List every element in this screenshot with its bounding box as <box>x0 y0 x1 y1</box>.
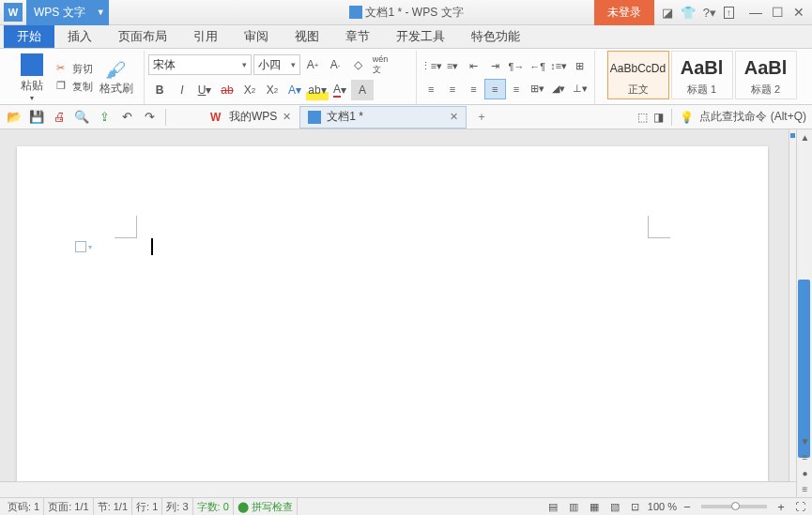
font-name-select[interactable]: 宋体▾ <box>148 54 252 75</box>
status-page-number[interactable]: 页码: 1 <box>4 498 44 516</box>
cut-button[interactable]: ✂剪切 <box>54 61 95 77</box>
zoom-slider[interactable] <box>701 505 767 508</box>
highlight-button[interactable]: ab▾ <box>306 80 329 100</box>
paste-button[interactable]: 粘贴▾ <box>11 51 53 104</box>
tab-insert[interactable]: 插入 <box>54 25 105 48</box>
app-menu-dropdown[interactable]: ▼ <box>93 0 109 25</box>
text-effects-button[interactable]: A▾ <box>283 80 306 100</box>
view-web-button[interactable]: ▦ <box>586 499 603 514</box>
paragraph-handle[interactable]: ▾ <box>75 240 94 253</box>
help-icon[interactable]: ?▾ <box>703 6 716 20</box>
tab-review[interactable]: 审阅 <box>231 25 282 48</box>
align-center-button[interactable]: ≡ <box>442 79 464 99</box>
rtl-button[interactable]: ←¶ <box>527 56 548 77</box>
zoom-in-button[interactable]: + <box>774 500 788 514</box>
scroll-up-button[interactable]: ▲ <box>797 129 812 145</box>
align-justify-button[interactable]: ≡ <box>484 79 506 99</box>
shading-button[interactable]: ◢▾ <box>548 79 570 99</box>
copy-button[interactable]: ❐复制 <box>54 79 95 95</box>
align-right-button[interactable]: ≡ <box>463 79 484 99</box>
view-print-layout-button[interactable]: ▤ <box>544 499 561 514</box>
fullscreen-icon[interactable]: ↑ <box>724 7 734 19</box>
minimize-button[interactable]: — <box>749 5 762 20</box>
superscript-button[interactable]: X2 <box>238 80 261 100</box>
strike-button[interactable]: ab <box>216 80 238 100</box>
maximize-button[interactable]: ☐ <box>772 5 784 20</box>
tab-view[interactable]: 视图 <box>282 25 332 48</box>
add-tab-button[interactable]: ＋ <box>472 109 491 125</box>
tabs-button[interactable]: ⊥▾ <box>569 79 590 99</box>
prev-page-button[interactable]: ≡ <box>797 449 812 465</box>
tab-mywps[interactable]: W 我的WPS ✕ <box>202 106 299 129</box>
fit-page-button[interactable]: ⛶ <box>791 499 808 514</box>
vertical-ruler[interactable] <box>789 129 796 497</box>
scrollbar-thumb[interactable] <box>798 280 810 458</box>
format-painter-button[interactable]: 🖌 格式刷 <box>97 51 136 104</box>
tab-layout[interactable]: 页面布局 <box>105 25 180 48</box>
open-icon[interactable]: 📂 <box>6 109 23 126</box>
save-icon[interactable]: 💾 <box>28 109 45 126</box>
tab-special[interactable]: 特色功能 <box>458 25 533 48</box>
search-commands-hint[interactable]: 点此查找命令 (Alt+Q) <box>699 109 806 125</box>
page[interactable]: ▾ <box>17 146 768 497</box>
close-tab-icon[interactable]: ✕ <box>450 111 458 123</box>
next-page-button[interactable]: ≡ <box>797 481 812 497</box>
tshirt-icon[interactable]: 👕 <box>681 6 696 20</box>
subscript-button[interactable]: X2 <box>261 80 283 100</box>
distribute-button[interactable]: ≡ <box>506 79 528 99</box>
nav-icon[interactable]: ◨ <box>653 111 664 124</box>
zoom-level[interactable]: 100 % <box>648 501 677 512</box>
view-fullscreen-button[interactable]: ⊡ <box>627 499 644 514</box>
horizontal-scrollbar[interactable] <box>0 481 796 497</box>
view-reading-button[interactable]: ▧ <box>606 499 623 514</box>
status-column[interactable]: 列: 3 <box>162 498 192 516</box>
status-spellcheck[interactable]: ⬤拼写检查 <box>234 498 298 516</box>
style-heading2[interactable]: AaBl 标题 2 <box>735 51 797 99</box>
tab-doc1[interactable]: 文档1 * ✕ <box>299 106 467 129</box>
status-line[interactable]: 行: 1 <box>132 498 162 516</box>
italic-button[interactable]: I <box>171 80 193 100</box>
zoom-out-button[interactable]: − <box>681 500 694 514</box>
borders-button[interactable]: ⊞ <box>569 56 590 77</box>
undo-icon[interactable]: ↶ <box>118 109 135 126</box>
para-number-button[interactable]: ⊞▾ <box>527 79 548 99</box>
increase-font-button[interactable]: A+ <box>302 54 323 75</box>
align-left-button[interactable]: ≡ <box>421 79 442 99</box>
font-size-select[interactable]: 小四▾ <box>253 54 300 75</box>
numbering-button[interactable]: ≡▾ <box>442 56 464 77</box>
tab-begin[interactable]: 开始 <box>4 25 54 48</box>
skin-icon[interactable]: ◪ <box>662 6 673 20</box>
clear-format-button[interactable]: ◇ <box>347 54 368 75</box>
indent-increase-button[interactable]: ⇥ <box>484 56 506 77</box>
login-button[interactable]: 未登录 <box>594 0 654 25</box>
line-spacing-button[interactable]: ↕≡▾ <box>548 56 570 77</box>
decrease-font-button[interactable]: A- <box>325 54 345 75</box>
tab-ref[interactable]: 引用 <box>180 25 231 48</box>
font-color-button[interactable]: A▾ <box>329 80 351 100</box>
indent-decrease-button[interactable]: ⇤ <box>464 56 485 77</box>
redo-icon[interactable]: ↷ <box>141 109 158 126</box>
underline-button[interactable]: U▾ <box>193 80 216 100</box>
zoom-slider-thumb[interactable] <box>731 502 740 510</box>
scroll-down-button[interactable]: ▼ <box>797 433 812 449</box>
status-char-count[interactable]: 字数: 0 <box>193 498 234 516</box>
select-icon[interactable]: ⬚ <box>637 111 648 124</box>
status-page[interactable]: 页面: 1/1 <box>44 498 93 516</box>
char-shading-button[interactable]: A <box>351 80 374 100</box>
document-canvas[interactable]: ▾ ▲ ▼ ≡ ● ≡ <box>0 129 812 497</box>
bold-button[interactable]: B <box>148 80 171 100</box>
tab-dev[interactable]: 开发工具 <box>383 25 458 48</box>
tab-chapter[interactable]: 章节 <box>332 25 383 48</box>
print-icon[interactable]: 🖨 <box>51 109 68 126</box>
vertical-scrollbar[interactable]: ▲ ▼ ≡ ● ≡ <box>796 129 812 497</box>
style-normal[interactable]: AaBbCcDd 正文 <box>607 51 669 99</box>
ltr-button[interactable]: ¶→ <box>506 56 528 77</box>
phonetic-button[interactable]: wén文 <box>370 54 391 75</box>
status-section[interactable]: 节: 1/1 <box>94 498 132 516</box>
style-heading1[interactable]: AaBl 标题 1 <box>671 51 733 99</box>
browse-object-button[interactable]: ● <box>797 465 812 481</box>
print-preview-icon[interactable]: 🔍 <box>73 109 90 126</box>
export-icon[interactable]: ⇪ <box>96 109 113 126</box>
view-outline-button[interactable]: ▥ <box>565 499 582 514</box>
close-tab-icon[interactable]: ✕ <box>283 111 291 123</box>
